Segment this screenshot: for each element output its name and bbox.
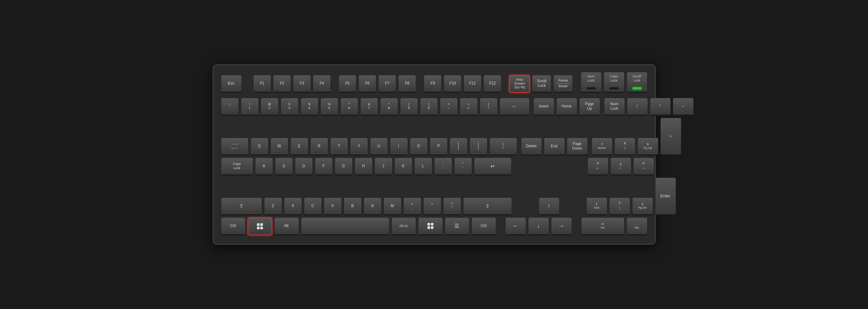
key-lbracket[interactable]: { [: [450, 138, 468, 156]
key-o[interactable]: O: [410, 138, 428, 156]
key-print-screen[interactable]: PrintScreen Sys Rq: [509, 75, 530, 93]
key-u[interactable]: U: [370, 138, 388, 156]
key-f1[interactable]: F1: [253, 75, 271, 93]
key-x[interactable]: X: [284, 197, 302, 215]
key-numpad-enter[interactable]: Enter: [655, 177, 676, 215]
key-s[interactable]: S: [275, 158, 293, 176]
key-7[interactable]: & 7: [360, 98, 378, 116]
key-semicolon[interactable]: : ;: [434, 158, 452, 176]
key-page-down[interactable]: PageDown: [567, 138, 588, 156]
key-0[interactable]: ) 0: [420, 98, 438, 116]
key-f6[interactable]: F6: [358, 75, 376, 93]
key-minus[interactable]: + –: [440, 98, 458, 116]
key-slash[interactable]: ? /: [443, 197, 461, 215]
key-y[interactable]: Y: [350, 138, 368, 156]
key-numpad-plus[interactable]: +: [660, 118, 681, 156]
key-numpad-6[interactable]: 6 →: [633, 158, 654, 176]
key-q[interactable]: Q: [251, 138, 269, 156]
key-g[interactable]: G: [335, 158, 353, 176]
key-space[interactable]: [301, 217, 389, 235]
key-l[interactable]: L: [414, 158, 432, 176]
key-ctrl-right[interactable]: Ctrl: [471, 217, 496, 235]
key-numpad-5[interactable]: 5 —: [610, 158, 631, 176]
key-caps-lock[interactable]: Caps Lock: [221, 158, 253, 176]
key-numpad-multiply[interactable]: *: [650, 98, 671, 116]
key-a[interactable]: A: [255, 158, 273, 176]
key-quote[interactable]: " ': [454, 158, 472, 176]
key-backslash[interactable]: | \: [489, 138, 517, 156]
key-arrow-up[interactable]: ↑: [539, 197, 560, 215]
key-rbracket[interactable]: } ]: [469, 138, 488, 156]
key-n[interactable]: N: [364, 197, 382, 215]
key-end[interactable]: End: [544, 138, 565, 156]
key-1[interactable]: ! 1: [241, 98, 259, 116]
key-menu[interactable]: ☰: [445, 217, 469, 235]
key-pause[interactable]: Pause Break: [553, 75, 573, 93]
key-z[interactable]: Z: [264, 197, 282, 215]
key-3[interactable]: # 3: [281, 98, 299, 116]
key-w[interactable]: W: [270, 138, 288, 156]
key-win-right[interactable]: [418, 217, 443, 235]
key-f11[interactable]: F11: [463, 75, 482, 93]
key-shift-left[interactable]: ⇧: [221, 197, 262, 215]
key-enter[interactable]: ↵: [474, 158, 512, 176]
key-equals[interactable]: = =: [460, 98, 478, 116]
key-b[interactable]: B: [344, 197, 362, 215]
key-arrow-down[interactable]: ↓: [528, 217, 549, 235]
key-f4[interactable]: F4: [313, 75, 331, 93]
key-h[interactable]: H: [355, 158, 373, 176]
key-numpad-dot[interactable]: . Del: [626, 217, 648, 235]
key-f7[interactable]: F7: [378, 75, 396, 93]
key-f8[interactable]: F8: [398, 75, 416, 93]
key-8[interactable]: * 8: [380, 98, 398, 116]
key-delete[interactable]: Delete: [521, 138, 542, 156]
key-9[interactable]: ( 9: [400, 98, 418, 116]
key-backtick[interactable]: ~ `: [221, 98, 239, 116]
key-p[interactable]: P: [430, 138, 448, 156]
key-numpad-8[interactable]: 8 ↑: [614, 138, 636, 156]
key-2[interactable]: @ 2: [261, 98, 279, 116]
key-k[interactable]: K: [394, 158, 412, 176]
key-r[interactable]: R: [310, 138, 328, 156]
key-page-up[interactable]: PageUp: [579, 98, 600, 116]
key-scroll-lock[interactable]: ScrollLock: [532, 75, 551, 93]
key-alt-left[interactable]: Alt: [274, 217, 299, 235]
key-v[interactable]: V: [324, 197, 342, 215]
key-c[interactable]: C: [304, 197, 322, 215]
key-alt-gr[interactable]: Alt Gr: [391, 217, 416, 235]
key-f2[interactable]: F2: [273, 75, 291, 93]
key-j[interactable]: J: [374, 158, 392, 176]
key-arrow-right[interactable]: →: [551, 217, 572, 235]
key-tab[interactable]: ←— —→: [221, 138, 249, 156]
key-f5[interactable]: F5: [338, 75, 356, 93]
key-backspace[interactable]: ←: [500, 98, 530, 116]
key-6[interactable]: ^ 6: [340, 98, 358, 116]
key-win-left[interactable]: [248, 217, 272, 235]
key-home[interactable]: Home: [556, 98, 577, 116]
key-numpad-slash[interactable]: /: [627, 98, 648, 116]
key-numpad-1[interactable]: 1 End: [586, 197, 607, 215]
key-f3[interactable]: F3: [293, 75, 311, 93]
key-i[interactable]: I: [390, 138, 408, 156]
key-num-lock[interactable]: NumLock: [604, 98, 625, 116]
key-f12[interactable]: F12: [483, 75, 501, 93]
key-insert[interactable]: Insert: [533, 98, 554, 116]
key-numpad-2[interactable]: 2 ↓: [609, 197, 630, 215]
key-d[interactable]: D: [295, 158, 313, 176]
key-numpad-4[interactable]: 4 ←: [587, 158, 608, 176]
key-comma[interactable]: < ,: [403, 197, 421, 215]
key-numpad-minus[interactable]: –: [673, 98, 694, 116]
key-f9[interactable]: F9: [424, 75, 442, 93]
key-5[interactable]: % 5: [320, 98, 338, 116]
key-backslash-top[interactable]: | \: [480, 98, 498, 116]
key-numpad-3[interactable]: 3 Pg Dn: [632, 197, 653, 215]
key-ctrl-left[interactable]: Ctrl: [221, 217, 246, 235]
key-numpad-0[interactable]: 0 Ins: [581, 217, 625, 235]
key-period[interactable]: > .: [423, 197, 441, 215]
key-f10[interactable]: F10: [444, 75, 462, 93]
key-4[interactable]: $ 4: [300, 98, 319, 116]
key-m[interactable]: M: [383, 197, 402, 215]
key-t[interactable]: T: [330, 138, 348, 156]
key-numpad-9[interactable]: 9 Pg Up: [637, 138, 658, 156]
key-esc[interactable]: Esc: [221, 75, 242, 93]
